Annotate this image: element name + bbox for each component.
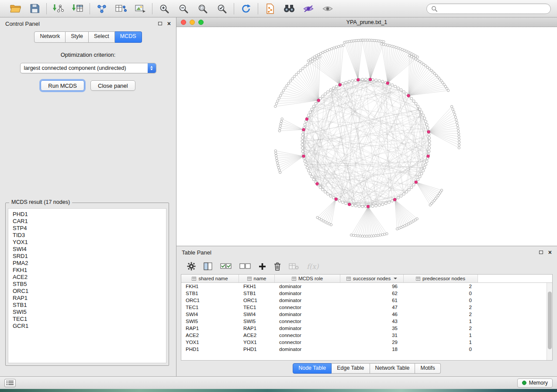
close-panel-icon[interactable]: × bbox=[167, 21, 171, 26]
search-input[interactable] bbox=[440, 6, 546, 12]
minimize-window-icon[interactable] bbox=[190, 20, 195, 25]
new-network-button[interactable] bbox=[95, 3, 108, 15]
tab-select[interactable]: Select bbox=[89, 31, 115, 43]
import-network-button[interactable] bbox=[52, 3, 65, 15]
save-session-button[interactable] bbox=[28, 3, 41, 15]
file-tool-group bbox=[4, 3, 45, 15]
mcds-result-item[interactable]: PMA2 bbox=[13, 260, 166, 267]
table-scrollbar[interactable] bbox=[547, 283, 552, 360]
find-button[interactable] bbox=[283, 3, 296, 15]
table-tab-node-table[interactable]: Node Table bbox=[293, 363, 332, 374]
maximize-window-icon[interactable] bbox=[198, 20, 204, 25]
right-area: YPA_prune.txt_1 Table Panel × bbox=[176, 17, 557, 376]
column-header-MCDS-role[interactable]: MCDS role bbox=[275, 275, 340, 282]
delete-column-button[interactable] bbox=[274, 262, 281, 271]
image-export-icon bbox=[135, 4, 146, 14]
mcds-result-item[interactable]: ACE2 bbox=[13, 274, 166, 281]
cell-name: TEC1 bbox=[239, 305, 275, 310]
hide-selected-button[interactable] bbox=[302, 3, 315, 15]
tab-network[interactable]: Network bbox=[34, 31, 66, 43]
import-tool-group bbox=[48, 3, 89, 15]
mcds-result-item[interactable]: STB5 bbox=[13, 281, 166, 288]
table-row[interactable]: ACE2ACE2connector311 bbox=[181, 332, 547, 339]
table-row[interactable]: TEC1TEC1connector472 bbox=[181, 304, 547, 311]
mcds-result-item[interactable]: PHD1 bbox=[13, 211, 166, 218]
mcds-result-item[interactable]: YOX1 bbox=[13, 239, 166, 246]
mcds-result-item[interactable]: GCR1 bbox=[13, 323, 166, 330]
show-columns-button[interactable] bbox=[204, 262, 212, 270]
global-search-box[interactable] bbox=[426, 3, 551, 14]
mcds-result-item[interactable]: CAR1 bbox=[13, 218, 166, 225]
float-panel-icon[interactable] bbox=[158, 22, 162, 25]
sort-dropdown-icon[interactable] bbox=[394, 278, 397, 279]
zoom-fit-button[interactable] bbox=[196, 3, 209, 15]
refresh-layout-button[interactable] bbox=[239, 3, 253, 15]
memory-button[interactable]: Memory bbox=[517, 378, 553, 388]
cell-successor-nodes: 46 bbox=[340, 312, 404, 317]
mcds-result-list[interactable]: PHD1CAR1STP4TID3YOX1SWI4SRD1PMA2FKH1ACE2… bbox=[8, 208, 166, 363]
mcds-result-item[interactable]: STP4 bbox=[13, 225, 166, 232]
mcds-result-item[interactable]: STB1 bbox=[13, 302, 166, 309]
tab-style[interactable]: Style bbox=[66, 31, 89, 43]
mcds-result-item[interactable]: TEC1 bbox=[13, 316, 166, 323]
mcds-result-item[interactable]: TID3 bbox=[13, 232, 166, 239]
table-tab-motifs[interactable]: Motifs bbox=[415, 363, 440, 374]
table-row[interactable]: STB1STB1dominator620 bbox=[181, 290, 547, 297]
mcds-result-item[interactable]: FKH1 bbox=[13, 267, 166, 274]
table-tab-network-table[interactable]: Network Table bbox=[370, 363, 415, 374]
network-window-titlebar[interactable]: YPA_prune.txt_1 bbox=[176, 17, 557, 27]
export-document-button[interactable] bbox=[263, 3, 277, 15]
column-header-predecessor-nodes[interactable]: predecessor nodes bbox=[404, 275, 478, 282]
close-table-panel-icon[interactable]: × bbox=[548, 250, 552, 255]
run-mcds-button[interactable]: Run MCDS bbox=[41, 80, 84, 91]
table-row[interactable]: ORC1ORC1dominator610 bbox=[181, 297, 547, 304]
table-grid-icon bbox=[292, 277, 296, 281]
add-column-button[interactable] bbox=[259, 263, 266, 270]
show-all-button[interactable] bbox=[321, 3, 334, 15]
mcds-result-item[interactable]: RAP1 bbox=[13, 295, 166, 302]
table-settings-button[interactable] bbox=[187, 262, 196, 271]
table-row[interactable]: RAP1RAP1dominator352 bbox=[181, 325, 547, 332]
task-history-button[interactable] bbox=[4, 379, 16, 387]
mcds-result-item[interactable]: SRD1 bbox=[13, 253, 166, 260]
cell-successor-nodes: 31 bbox=[340, 333, 404, 338]
zoom-in-button[interactable] bbox=[158, 3, 171, 15]
scrollbar-thumb[interactable] bbox=[548, 292, 552, 349]
mcds-result-item[interactable]: SWI5 bbox=[13, 309, 166, 316]
export-image-button[interactable] bbox=[134, 3, 147, 15]
table-toolbar: f(x) bbox=[176, 258, 557, 274]
dropdown-selected-value: largest connected component (undirected) bbox=[21, 65, 148, 71]
select-all-button[interactable] bbox=[220, 263, 232, 270]
column-header-shared-name[interactable]: shared name bbox=[181, 275, 239, 282]
toolbar-separator bbox=[90, 3, 90, 14]
table-row[interactable]: FKH1FKH1dominator962 bbox=[181, 283, 547, 290]
zoom-out-button[interactable] bbox=[177, 3, 190, 15]
cell-name: ORC1 bbox=[239, 298, 275, 303]
network-view-canvas[interactable] bbox=[176, 27, 557, 246]
mcds-result-item[interactable]: ORC1 bbox=[13, 288, 166, 295]
cell-successor-nodes: 96 bbox=[340, 284, 404, 289]
float-table-panel-icon[interactable] bbox=[539, 251, 543, 254]
table-tab-edge-table[interactable]: Edge Table bbox=[332, 363, 370, 374]
deselect-all-button[interactable] bbox=[239, 263, 251, 270]
function-builder-button[interactable]: f(x) bbox=[307, 262, 318, 271]
column-header-successor-nodes[interactable]: successor nodes bbox=[340, 275, 404, 282]
close-panel-button[interactable]: Close panel bbox=[90, 80, 135, 91]
table-panel-title: Table Panel bbox=[182, 249, 211, 256]
close-window-icon[interactable] bbox=[181, 20, 186, 25]
import-table-button[interactable] bbox=[71, 3, 84, 15]
table-row[interactable]: PHD1PHD1dominator180 bbox=[181, 346, 547, 353]
open-file-button[interactable] bbox=[9, 3, 22, 15]
table-row[interactable]: SWI5SWI5connector431 bbox=[181, 318, 547, 325]
delete-table-button[interactable] bbox=[289, 263, 299, 270]
table-row[interactable]: SWI4SWI4dominator462 bbox=[181, 311, 547, 318]
column-header-name[interactable]: name bbox=[239, 275, 275, 282]
toolbar-separator bbox=[152, 3, 152, 14]
tab-mcds[interactable]: MCDS bbox=[115, 31, 142, 43]
status-bar: Memory bbox=[0, 376, 557, 389]
network-from-table-button[interactable] bbox=[114, 3, 128, 15]
table-row[interactable]: YOX1YOX1connector291 bbox=[181, 339, 547, 346]
optimization-criterion-dropdown[interactable]: largest connected component (undirected) bbox=[20, 63, 156, 73]
mcds-result-item[interactable]: SWI4 bbox=[13, 246, 166, 253]
zoom-selected-button[interactable] bbox=[215, 3, 228, 15]
